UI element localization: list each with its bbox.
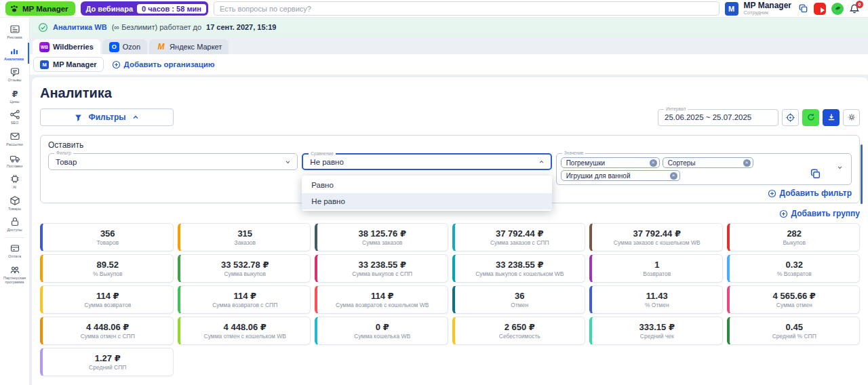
remove-tag-icon[interactable]: × [743, 159, 751, 167]
metric-card: 37 792.44 ₽ Сумма заказов с кошельком WB [589, 223, 723, 251]
filter-field-value: Товар [56, 158, 77, 166]
add-group-button[interactable]: Добавить группу [779, 209, 860, 218]
sidebar-item-payment[interactable]: Оплата [0, 240, 29, 262]
sidebar-item-products[interactable]: Товары [0, 192, 29, 214]
sidebar-item-ads[interactable]: Реклама [0, 21, 29, 43]
tab-яндекс-маркет[interactable]: M Яндекс Маркет [149, 39, 229, 54]
tag-chip[interactable]: Погремушки × [561, 157, 660, 168]
notifications-bell-icon[interactable]: 0 [849, 3, 860, 14]
sidebar-item-label: AI [13, 185, 16, 190]
sidebar-divider [5, 237, 24, 238]
add-filter-button[interactable]: Добавить фильтр [768, 188, 852, 198]
webinar-banner[interactable]: До вебинара 0 часов : 58 мин [81, 1, 208, 16]
metric-label: Сумма выкупов с кошельком WB [475, 270, 564, 277]
dropdown-option[interactable]: Не равно [302, 193, 551, 209]
add-organization-button[interactable]: Добавить организацию [112, 60, 215, 69]
date-range-field[interactable]: Интервал 25.06.2025 ~ 25.07.2025 [658, 109, 778, 126]
remove-tag-icon[interactable]: × [670, 172, 677, 180]
sidebar-item-label: Товары [8, 207, 21, 211]
metric-card: 0 ₽ Сумма кошелька WB [315, 317, 448, 345]
tag-label: Погремушки [566, 159, 606, 167]
sidebar-item-mail[interactable]: Рассылки [0, 128, 29, 150]
copy-icon[interactable] [798, 3, 808, 14]
youtube-icon[interactable] [814, 3, 826, 15]
user-name: MP Manager [744, 1, 791, 10]
sidebar-item-ai[interactable]: AI [0, 171, 29, 192]
sidebar-item-access[interactable]: Доступы [0, 214, 29, 235]
value-multiselect[interactable]: Значение Погремушки ×Сортеры ×Игрушки дл… [556, 153, 852, 185]
sidebar-item-label: SEO [11, 121, 19, 125]
avatar[interactable]: M [725, 2, 738, 16]
sidebar-item-reviews[interactable]: Отзывы [0, 64, 29, 85]
tag-chip[interactable]: Игрушки для ванной × [561, 170, 680, 181]
check-circle-icon [38, 22, 48, 33]
refresh-button[interactable] [802, 109, 819, 126]
metric-label: Сумма возвратов с СПП [212, 302, 277, 308]
metric-card: 114 ₽ Сумма возвратов с кошельком WB [315, 285, 448, 314]
metric-card: 33 238.55 ₽ Сумма выкупов с СПП [315, 254, 448, 283]
metric-card: 4 448.06 ₽ Сумма отмен с кошельком WB [178, 317, 311, 345]
remove-tag-icon[interactable]: × [650, 159, 657, 167]
metric-value: 37 792.44 ₽ [496, 228, 544, 239]
settings-gear-button[interactable] [843, 109, 860, 126]
filters-label: Фильтры [88, 113, 125, 122]
filters-toggle-button[interactable]: Фильтры [40, 108, 174, 126]
reviews-icon [9, 66, 20, 77]
tag-chip[interactable]: Сортеры × [663, 157, 753, 168]
sidebar-item-label: Рассылки [6, 142, 23, 147]
app-logo[interactable]: MP Manager [5, 1, 75, 16]
metric-card: 1.27 ₽ Средний СПП [40, 348, 174, 376]
community-icon[interactable] [831, 3, 844, 15]
metric-value: 0 ₽ [376, 322, 389, 332]
metric-card: 0.45 Средний % СПП [727, 317, 861, 345]
metric-label: Выкупов [783, 239, 806, 246]
content-area: Аналитика Фильтры Интервал 25.06.2025 ~ … [30, 75, 868, 385]
toolbar: Фильтры Интервал 25.06.2025 ~ 25.07.2025 [40, 108, 860, 126]
sidebar-item-prices[interactable]: ₽ Цены [0, 85, 29, 107]
sidebar-item-supplies[interactable]: Поставки [0, 150, 29, 171]
prices-icon: ₽ [9, 88, 20, 99]
metric-label: Средний % СПП [772, 333, 816, 340]
scrollbar-thumb[interactable] [861, 144, 863, 204]
payment-icon [9, 243, 20, 254]
metric-label: Сумма возвратов с кошельком WB [336, 302, 429, 308]
sidebar-item-analytics[interactable]: Аналитика [0, 43, 29, 64]
products-icon [9, 195, 20, 206]
metric-value: 356 [100, 228, 115, 239]
tab-wildberries[interactable]: WB Wildberries [33, 39, 100, 54]
comparison-select[interactable]: Сравнение Не равно [302, 153, 551, 170]
notification-badge: 0 [856, 1, 863, 8]
download-button[interactable] [823, 109, 840, 126]
keep-label: Оставить [48, 140, 852, 150]
access-icon [9, 216, 20, 227]
tab-ozon[interactable]: O Ozon [102, 39, 147, 54]
metric-value: 11.43 [646, 291, 668, 301]
metric-card: 114 ₽ Сумма возвратов с СПП [178, 285, 311, 314]
metric-value: 333.15 ₽ [639, 322, 675, 332]
tab-organization[interactable]: M MP Manager [33, 57, 104, 72]
target-button[interactable] [782, 109, 799, 126]
metric-label: Заказов [235, 239, 256, 246]
dropdown-option[interactable]: Равно [302, 177, 551, 193]
add-organization-label: Добавить организацию [124, 60, 215, 68]
metric-value: 114 ₽ [371, 291, 394, 301]
sidebar-item-label: Оплата [8, 254, 21, 259]
notice-product-link[interactable]: Аналитика WB [53, 23, 107, 31]
metric-label: Сумма отмен [776, 302, 812, 308]
org-icon: M [40, 60, 49, 69]
metric-value: 36 [515, 291, 524, 301]
chevron-down-icon [836, 164, 844, 171]
metric-value: 282 [787, 228, 802, 239]
metric-value: 0.32 [786, 260, 803, 270]
sidebar-item-seo[interactable]: SEO [0, 106, 29, 128]
sidebar-item-partners[interactable]: Партнерская программа [0, 262, 29, 287]
copy-values-icon[interactable] [810, 168, 821, 180]
search-input[interactable] [214, 1, 719, 16]
metric-value: 33 532.78 ₽ [221, 260, 269, 270]
sidebar-item-label: Отзывы [7, 78, 21, 83]
ym-marketplace-icon: M [156, 42, 166, 52]
metric-label: Сумма кошелька WB [354, 333, 410, 340]
metric-label: Отмен [511, 302, 528, 308]
metric-value: 4 448.06 ₽ [224, 322, 267, 332]
filter-field-select[interactable]: Фильтр Товар [48, 153, 298, 170]
